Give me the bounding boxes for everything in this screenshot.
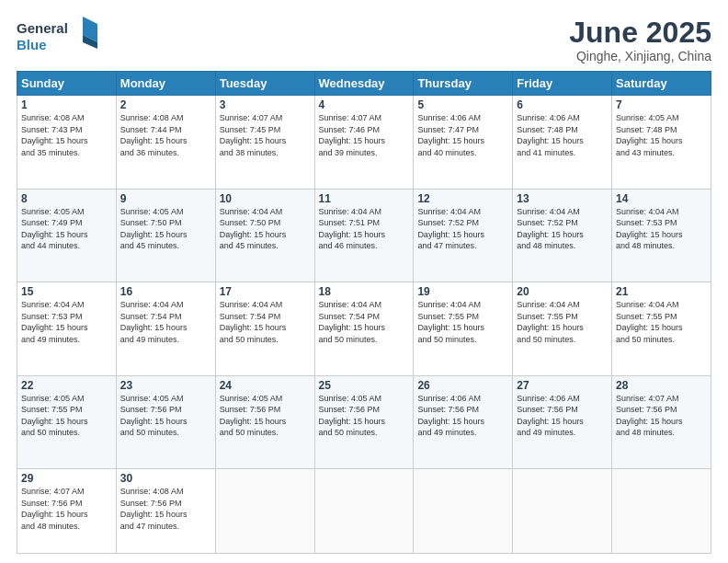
cell-details: Sunrise: 4:06 AMSunset: 7:48 PMDaylight:… <box>517 112 608 158</box>
cell-details: Sunrise: 4:05 AMSunset: 7:48 PMDaylight:… <box>616 112 707 158</box>
col-saturday: Saturday <box>612 72 711 96</box>
col-sunday: Sunday <box>17 72 117 96</box>
day-number: 4 <box>319 98 410 111</box>
cell-details: Sunrise: 4:04 AMSunset: 7:54 PMDaylight:… <box>220 299 311 345</box>
day-number: 2 <box>120 98 211 111</box>
day-number: 19 <box>417 285 508 298</box>
cell-details: Sunrise: 4:06 AMSunset: 7:56 PMDaylight:… <box>517 393 608 439</box>
table-cell: 24Sunrise: 4:05 AMSunset: 7:56 PMDayligh… <box>215 375 314 468</box>
table-cell: 5Sunrise: 4:06 AMSunset: 7:47 PMDaylight… <box>414 96 513 189</box>
table-cell: 10Sunrise: 4:04 AMSunset: 7:50 PMDayligh… <box>215 189 314 282</box>
cell-details: Sunrise: 4:05 AMSunset: 7:56 PMDaylight:… <box>220 393 311 439</box>
table-cell: 15Sunrise: 4:04 AMSunset: 7:53 PMDayligh… <box>17 282 117 375</box>
calendar-row: 22Sunrise: 4:05 AMSunset: 7:55 PMDayligh… <box>17 375 711 468</box>
table-cell: 2Sunrise: 4:08 AMSunset: 7:44 PMDaylight… <box>116 96 215 189</box>
calendar-table: Sunday Monday Tuesday Wednesday Thursday… <box>17 71 711 554</box>
table-cell: 12Sunrise: 4:04 AMSunset: 7:52 PMDayligh… <box>414 189 513 282</box>
cell-details: Sunrise: 4:04 AMSunset: 7:53 PMDaylight:… <box>616 206 707 252</box>
cell-details: Sunrise: 4:04 AMSunset: 7:52 PMDaylight:… <box>517 206 608 252</box>
calendar-row: 15Sunrise: 4:04 AMSunset: 7:53 PMDayligh… <box>17 282 711 375</box>
cell-details: Sunrise: 4:05 AMSunset: 7:50 PMDaylight:… <box>120 206 211 252</box>
day-number: 7 <box>616 98 707 111</box>
table-cell <box>215 469 314 554</box>
col-wednesday: Wednesday <box>314 72 414 96</box>
cell-details: Sunrise: 4:08 AMSunset: 7:44 PMDaylight:… <box>120 112 211 158</box>
table-cell <box>314 469 414 554</box>
table-cell <box>513 469 612 554</box>
calendar-row: 29Sunrise: 4:07 AMSunset: 7:56 PMDayligh… <box>17 469 711 554</box>
table-cell: 22Sunrise: 4:05 AMSunset: 7:55 PMDayligh… <box>17 375 117 468</box>
cell-details: Sunrise: 4:04 AMSunset: 7:52 PMDaylight:… <box>417 206 508 252</box>
table-cell: 4Sunrise: 4:07 AMSunset: 7:46 PMDaylight… <box>314 96 414 189</box>
table-cell: 20Sunrise: 4:04 AMSunset: 7:55 PMDayligh… <box>513 282 612 375</box>
table-cell: 30Sunrise: 4:08 AMSunset: 7:56 PMDayligh… <box>116 469 215 554</box>
table-cell: 16Sunrise: 4:04 AMSunset: 7:54 PMDayligh… <box>116 282 215 375</box>
cell-details: Sunrise: 4:04 AMSunset: 7:55 PMDaylight:… <box>616 299 707 345</box>
day-number: 17 <box>220 285 311 298</box>
day-number: 18 <box>319 285 410 298</box>
calendar-title: June 2025 <box>569 17 711 49</box>
day-number: 13 <box>517 192 608 205</box>
day-number: 16 <box>120 285 211 298</box>
day-number: 29 <box>21 472 112 485</box>
table-cell: 27Sunrise: 4:06 AMSunset: 7:56 PMDayligh… <box>513 375 612 468</box>
table-cell: 18Sunrise: 4:04 AMSunset: 7:54 PMDayligh… <box>314 282 414 375</box>
day-number: 23 <box>120 379 211 392</box>
day-number: 3 <box>220 98 311 111</box>
col-friday: Friday <box>513 72 612 96</box>
cell-details: Sunrise: 4:04 AMSunset: 7:50 PMDaylight:… <box>220 206 311 252</box>
day-number: 8 <box>21 192 112 205</box>
cell-details: Sunrise: 4:04 AMSunset: 7:55 PMDaylight:… <box>517 299 608 345</box>
cell-details: Sunrise: 4:04 AMSunset: 7:55 PMDaylight:… <box>417 299 508 345</box>
day-number: 26 <box>417 379 508 392</box>
cell-details: Sunrise: 4:06 AMSunset: 7:56 PMDaylight:… <box>417 393 508 439</box>
col-monday: Monday <box>116 72 215 96</box>
svg-text:General: General <box>17 20 68 36</box>
table-cell: 11Sunrise: 4:04 AMSunset: 7:51 PMDayligh… <box>314 189 414 282</box>
day-number: 27 <box>517 379 608 392</box>
cell-details: Sunrise: 4:08 AMSunset: 7:56 PMDaylight:… <box>120 486 211 532</box>
header: GeneralBlue June 2025 Qinghe, Xinjiang, … <box>17 17 711 63</box>
cell-details: Sunrise: 4:04 AMSunset: 7:53 PMDaylight:… <box>21 299 112 345</box>
day-number: 10 <box>220 192 311 205</box>
calendar-page: GeneralBlue June 2025 Qinghe, Xinjiang, … <box>0 0 728 563</box>
cell-details: Sunrise: 4:08 AMSunset: 7:43 PMDaylight:… <box>21 112 112 158</box>
cell-details: Sunrise: 4:07 AMSunset: 7:45 PMDaylight:… <box>220 112 311 158</box>
table-cell: 1Sunrise: 4:08 AMSunset: 7:43 PMDaylight… <box>17 96 117 189</box>
day-number: 28 <box>616 379 707 392</box>
table-cell: 21Sunrise: 4:04 AMSunset: 7:55 PMDayligh… <box>612 282 711 375</box>
col-tuesday: Tuesday <box>215 72 314 96</box>
cell-details: Sunrise: 4:07 AMSunset: 7:46 PMDaylight:… <box>319 112 410 158</box>
calendar-row: 1Sunrise: 4:08 AMSunset: 7:43 PMDaylight… <box>17 96 711 189</box>
cell-details: Sunrise: 4:04 AMSunset: 7:54 PMDaylight:… <box>319 299 410 345</box>
day-number: 5 <box>417 98 508 111</box>
table-cell: 23Sunrise: 4:05 AMSunset: 7:56 PMDayligh… <box>116 375 215 468</box>
cell-details: Sunrise: 4:04 AMSunset: 7:51 PMDaylight:… <box>319 206 410 252</box>
day-number: 1 <box>21 98 112 111</box>
table-cell: 17Sunrise: 4:04 AMSunset: 7:54 PMDayligh… <box>215 282 314 375</box>
day-number: 11 <box>319 192 410 205</box>
day-number: 25 <box>319 379 410 392</box>
svg-text:Blue: Blue <box>17 37 47 52</box>
table-cell: 25Sunrise: 4:05 AMSunset: 7:56 PMDayligh… <box>314 375 414 468</box>
cell-details: Sunrise: 4:04 AMSunset: 7:54 PMDaylight:… <box>120 299 211 345</box>
table-cell: 6Sunrise: 4:06 AMSunset: 7:48 PMDaylight… <box>513 96 612 189</box>
logo: GeneralBlue <box>17 17 99 57</box>
title-block: June 2025 Qinghe, Xinjiang, China <box>569 17 711 63</box>
table-cell: 3Sunrise: 4:07 AMSunset: 7:45 PMDaylight… <box>215 96 314 189</box>
cell-details: Sunrise: 4:07 AMSunset: 7:56 PMDaylight:… <box>616 393 707 439</box>
table-cell <box>414 469 513 554</box>
calendar-row: 8Sunrise: 4:05 AMSunset: 7:49 PMDaylight… <box>17 189 711 282</box>
day-number: 30 <box>120 472 211 485</box>
cell-details: Sunrise: 4:05 AMSunset: 7:56 PMDaylight:… <box>120 393 211 439</box>
table-cell: 14Sunrise: 4:04 AMSunset: 7:53 PMDayligh… <box>612 189 711 282</box>
day-number: 21 <box>616 285 707 298</box>
cell-details: Sunrise: 4:06 AMSunset: 7:47 PMDaylight:… <box>417 112 508 158</box>
table-cell: 8Sunrise: 4:05 AMSunset: 7:49 PMDaylight… <box>17 189 117 282</box>
table-cell <box>612 469 711 554</box>
calendar-subtitle: Qinghe, Xinjiang, China <box>569 49 711 63</box>
day-number: 15 <box>21 285 112 298</box>
cell-details: Sunrise: 4:05 AMSunset: 7:56 PMDaylight:… <box>319 393 410 439</box>
table-cell: 19Sunrise: 4:04 AMSunset: 7:55 PMDayligh… <box>414 282 513 375</box>
table-cell: 28Sunrise: 4:07 AMSunset: 7:56 PMDayligh… <box>612 375 711 468</box>
